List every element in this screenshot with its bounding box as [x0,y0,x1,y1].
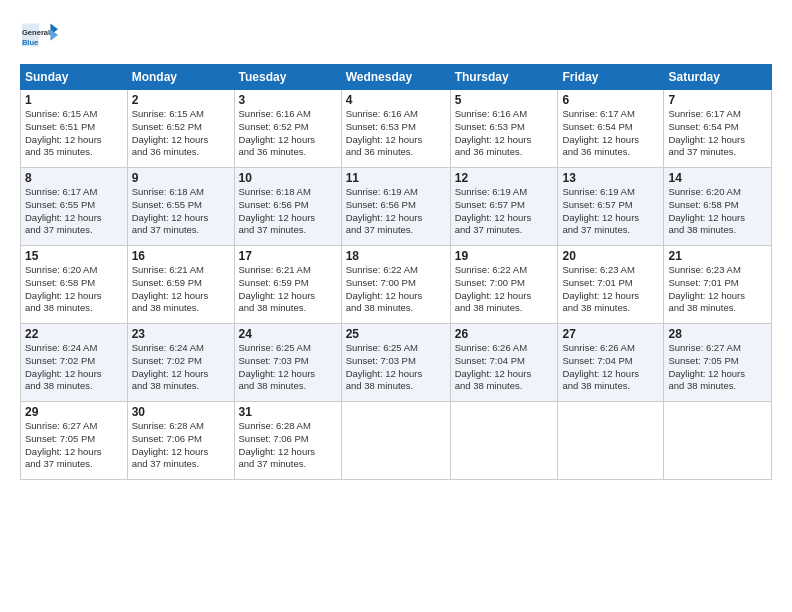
week-row-2: 8Sunrise: 6:17 AM Sunset: 6:55 PM Daylig… [21,168,772,246]
day-number: 5 [455,93,554,107]
day-cell-3: 3Sunrise: 6:16 AM Sunset: 6:52 PM Daylig… [234,90,341,168]
day-number: 8 [25,171,123,185]
day-number: 9 [132,171,230,185]
day-number: 14 [668,171,767,185]
weekday-header-sunday: Sunday [21,65,128,90]
empty-cell [558,402,664,480]
day-number: 29 [25,405,123,419]
day-info: Sunrise: 6:19 AM Sunset: 6:57 PM Dayligh… [455,186,554,237]
day-cell-10: 10Sunrise: 6:18 AM Sunset: 6:56 PM Dayli… [234,168,341,246]
day-info: Sunrise: 6:18 AM Sunset: 6:56 PM Dayligh… [239,186,337,237]
day-cell-14: 14Sunrise: 6:20 AM Sunset: 6:58 PM Dayli… [664,168,772,246]
day-info: Sunrise: 6:15 AM Sunset: 6:52 PM Dayligh… [132,108,230,159]
day-number: 30 [132,405,230,419]
day-cell-29: 29Sunrise: 6:27 AM Sunset: 7:05 PM Dayli… [21,402,128,480]
weekday-header-friday: Friday [558,65,664,90]
day-number: 10 [239,171,337,185]
day-cell-18: 18Sunrise: 6:22 AM Sunset: 7:00 PM Dayli… [341,246,450,324]
day-number: 26 [455,327,554,341]
week-row-1: 1Sunrise: 6:15 AM Sunset: 6:51 PM Daylig… [21,90,772,168]
day-cell-22: 22Sunrise: 6:24 AM Sunset: 7:02 PM Dayli… [21,324,128,402]
day-info: Sunrise: 6:23 AM Sunset: 7:01 PM Dayligh… [562,264,659,315]
day-number: 18 [346,249,446,263]
week-row-5: 29Sunrise: 6:27 AM Sunset: 7:05 PM Dayli… [21,402,772,480]
day-info: Sunrise: 6:19 AM Sunset: 6:57 PM Dayligh… [562,186,659,237]
day-cell-12: 12Sunrise: 6:19 AM Sunset: 6:57 PM Dayli… [450,168,558,246]
week-row-4: 22Sunrise: 6:24 AM Sunset: 7:02 PM Dayli… [21,324,772,402]
day-cell-21: 21Sunrise: 6:23 AM Sunset: 7:01 PM Dayli… [664,246,772,324]
weekday-header-monday: Monday [127,65,234,90]
day-number: 25 [346,327,446,341]
header: General Blue [20,16,772,54]
day-info: Sunrise: 6:19 AM Sunset: 6:56 PM Dayligh… [346,186,446,237]
svg-text:General: General [22,28,50,37]
day-cell-26: 26Sunrise: 6:26 AM Sunset: 7:04 PM Dayli… [450,324,558,402]
empty-cell [450,402,558,480]
day-number: 22 [25,327,123,341]
day-number: 4 [346,93,446,107]
day-cell-7: 7Sunrise: 6:17 AM Sunset: 6:54 PM Daylig… [664,90,772,168]
day-number: 15 [25,249,123,263]
day-number: 12 [455,171,554,185]
calendar-table: SundayMondayTuesdayWednesdayThursdayFrid… [20,64,772,480]
day-info: Sunrise: 6:25 AM Sunset: 7:03 PM Dayligh… [239,342,337,393]
day-number: 7 [668,93,767,107]
day-number: 17 [239,249,337,263]
day-number: 3 [239,93,337,107]
day-cell-13: 13Sunrise: 6:19 AM Sunset: 6:57 PM Dayli… [558,168,664,246]
day-cell-15: 15Sunrise: 6:20 AM Sunset: 6:58 PM Dayli… [21,246,128,324]
day-info: Sunrise: 6:24 AM Sunset: 7:02 PM Dayligh… [25,342,123,393]
day-info: Sunrise: 6:25 AM Sunset: 7:03 PM Dayligh… [346,342,446,393]
day-info: Sunrise: 6:27 AM Sunset: 7:05 PM Dayligh… [668,342,767,393]
day-info: Sunrise: 6:18 AM Sunset: 6:55 PM Dayligh… [132,186,230,237]
day-info: Sunrise: 6:27 AM Sunset: 7:05 PM Dayligh… [25,420,123,471]
day-number: 19 [455,249,554,263]
day-number: 28 [668,327,767,341]
weekday-header-wednesday: Wednesday [341,65,450,90]
day-cell-28: 28Sunrise: 6:27 AM Sunset: 7:05 PM Dayli… [664,324,772,402]
day-info: Sunrise: 6:15 AM Sunset: 6:51 PM Dayligh… [25,108,123,159]
day-cell-31: 31Sunrise: 6:28 AM Sunset: 7:06 PM Dayli… [234,402,341,480]
weekday-header-tuesday: Tuesday [234,65,341,90]
day-number: 1 [25,93,123,107]
day-info: Sunrise: 6:17 AM Sunset: 6:54 PM Dayligh… [668,108,767,159]
day-info: Sunrise: 6:28 AM Sunset: 7:06 PM Dayligh… [132,420,230,471]
day-cell-17: 17Sunrise: 6:21 AM Sunset: 6:59 PM Dayli… [234,246,341,324]
day-info: Sunrise: 6:20 AM Sunset: 6:58 PM Dayligh… [668,186,767,237]
day-number: 23 [132,327,230,341]
day-info: Sunrise: 6:16 AM Sunset: 6:53 PM Dayligh… [455,108,554,159]
day-cell-8: 8Sunrise: 6:17 AM Sunset: 6:55 PM Daylig… [21,168,128,246]
day-info: Sunrise: 6:28 AM Sunset: 7:06 PM Dayligh… [239,420,337,471]
logo: General Blue [20,16,60,54]
day-info: Sunrise: 6:21 AM Sunset: 6:59 PM Dayligh… [239,264,337,315]
day-info: Sunrise: 6:20 AM Sunset: 6:58 PM Dayligh… [25,264,123,315]
day-info: Sunrise: 6:21 AM Sunset: 6:59 PM Dayligh… [132,264,230,315]
svg-text:Blue: Blue [22,38,38,47]
day-cell-9: 9Sunrise: 6:18 AM Sunset: 6:55 PM Daylig… [127,168,234,246]
day-info: Sunrise: 6:22 AM Sunset: 7:00 PM Dayligh… [346,264,446,315]
day-cell-4: 4Sunrise: 6:16 AM Sunset: 6:53 PM Daylig… [341,90,450,168]
day-info: Sunrise: 6:22 AM Sunset: 7:00 PM Dayligh… [455,264,554,315]
day-number: 27 [562,327,659,341]
logo-icon: General Blue [20,16,58,54]
day-cell-27: 27Sunrise: 6:26 AM Sunset: 7:04 PM Dayli… [558,324,664,402]
day-info: Sunrise: 6:16 AM Sunset: 6:53 PM Dayligh… [346,108,446,159]
day-cell-19: 19Sunrise: 6:22 AM Sunset: 7:00 PM Dayli… [450,246,558,324]
day-number: 6 [562,93,659,107]
day-cell-1: 1Sunrise: 6:15 AM Sunset: 6:51 PM Daylig… [21,90,128,168]
day-cell-6: 6Sunrise: 6:17 AM Sunset: 6:54 PM Daylig… [558,90,664,168]
empty-cell [664,402,772,480]
weekday-header-thursday: Thursday [450,65,558,90]
day-cell-16: 16Sunrise: 6:21 AM Sunset: 6:59 PM Dayli… [127,246,234,324]
day-number: 31 [239,405,337,419]
day-cell-25: 25Sunrise: 6:25 AM Sunset: 7:03 PM Dayli… [341,324,450,402]
day-info: Sunrise: 6:17 AM Sunset: 6:54 PM Dayligh… [562,108,659,159]
day-cell-11: 11Sunrise: 6:19 AM Sunset: 6:56 PM Dayli… [341,168,450,246]
day-number: 20 [562,249,659,263]
day-number: 24 [239,327,337,341]
empty-cell [341,402,450,480]
day-info: Sunrise: 6:26 AM Sunset: 7:04 PM Dayligh… [562,342,659,393]
day-number: 11 [346,171,446,185]
day-cell-5: 5Sunrise: 6:16 AM Sunset: 6:53 PM Daylig… [450,90,558,168]
day-number: 16 [132,249,230,263]
